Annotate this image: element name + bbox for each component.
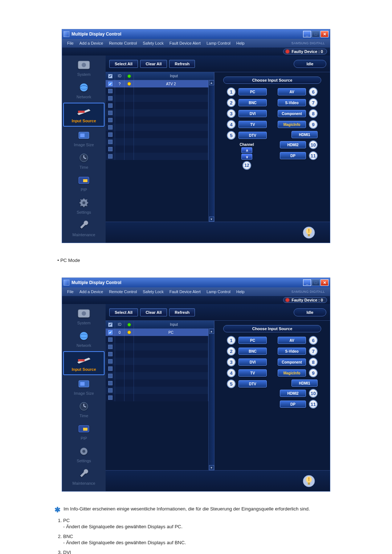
menu-help[interactable]: Help: [233, 41, 248, 45]
table-row[interactable]: [106, 394, 208, 401]
source-av-button[interactable]: AV: [278, 337, 306, 344]
channel-up-button[interactable]: ∧: [241, 147, 252, 153]
source-hdmi2-button[interactable]: HDMI2: [280, 390, 306, 397]
menu-lamp-control[interactable]: Lamp Control: [204, 41, 233, 45]
sidebar-item-pip[interactable]: PIP: [62, 172, 106, 195]
scroll-down-icon[interactable]: ▼: [209, 465, 214, 470]
sidebar-item-input-source[interactable]: Input Source: [63, 103, 105, 127]
menu-help[interactable]: Help: [233, 290, 248, 294]
minimize-button[interactable]: _: [303, 279, 311, 286]
sidebar-item-system[interactable]: System: [62, 57, 106, 79]
source-pc-button[interactable]: PC: [238, 337, 267, 344]
table-row[interactable]: [106, 124, 208, 131]
source-hdmi1-button[interactable]: HDMI1: [291, 131, 318, 138]
power-status-icon: [127, 323, 131, 327]
source-tv-button[interactable]: TV: [238, 121, 267, 128]
sidebar-item-network[interactable]: Network: [62, 328, 106, 350]
source-component-button[interactable]: Component: [278, 358, 306, 366]
menu-add-device[interactable]: Add a Device: [77, 290, 106, 294]
menu-remote-control[interactable]: Remote Control: [106, 290, 140, 294]
scroll-down-icon[interactable]: ▼: [209, 217, 214, 222]
scroll-up-icon[interactable]: ▲: [209, 329, 214, 334]
sidebar-item-image-size[interactable]: Image Size: [62, 127, 106, 150]
sidebar-item-time[interactable]: Time: [62, 150, 106, 172]
table-row[interactable]: [106, 358, 208, 365]
source-dvi-button[interactable]: DVI: [238, 110, 267, 117]
select-all-button[interactable]: Select All: [109, 60, 138, 68]
table-row[interactable]: [106, 372, 208, 379]
table-row[interactable]: [106, 145, 208, 153]
sidebar-item-input-source[interactable]: Input Source: [63, 351, 105, 375]
source-pc-button[interactable]: PC: [238, 88, 267, 95]
menu-fault-alert[interactable]: Fault Device Alert: [167, 41, 204, 45]
scroll-up-icon[interactable]: ▲: [209, 80, 214, 85]
source-av-button[interactable]: AV: [278, 88, 306, 95]
source-svideo-button[interactable]: S-Video: [278, 99, 306, 106]
table-row[interactable]: [106, 138, 208, 145]
source-component-button[interactable]: Component: [278, 110, 306, 117]
menu-safety-lock[interactable]: Safety Lock: [140, 290, 166, 294]
source-hdmi2-button[interactable]: HDMI2: [280, 141, 306, 148]
sidebar-item-settings[interactable]: Settings: [62, 195, 106, 217]
refresh-button[interactable]: Refresh: [169, 60, 195, 68]
source-bnc-button[interactable]: BNC: [238, 99, 267, 106]
sidebar-item-maintenance[interactable]: Maintenance: [62, 466, 106, 488]
source-dp-button[interactable]: DP: [280, 401, 306, 408]
table-row[interactable]: [106, 153, 208, 160]
menu-safety-lock[interactable]: Safety Lock: [140, 41, 166, 45]
sidebar-item-pip[interactable]: PIP: [62, 421, 106, 443]
channel-down-button[interactable]: ∨: [241, 154, 252, 160]
source-magicinfo-button[interactable]: MagicInfo: [278, 369, 306, 377]
menu-lamp-control[interactable]: Lamp Control: [204, 290, 233, 294]
clear-all-button[interactable]: Clear All: [140, 308, 167, 316]
table-row[interactable]: [106, 365, 208, 372]
select-all-button[interactable]: Select All: [109, 308, 138, 316]
sidebar-item-settings[interactable]: Settings: [62, 443, 106, 466]
table-row[interactable]: [106, 95, 208, 102]
info-bulb-icon: !: [302, 226, 315, 239]
menu-file[interactable]: File: [64, 290, 77, 294]
source-bnc-button[interactable]: BNC: [238, 348, 267, 355]
header-checkbox[interactable]: ✔: [108, 323, 113, 327]
table-row[interactable]: [106, 87, 208, 95]
table-row[interactable]: [106, 387, 208, 394]
header-checkbox[interactable]: ✔: [108, 74, 113, 78]
sidebar-item-time[interactable]: Time: [62, 398, 106, 421]
sidebar-item-system[interactable]: System: [62, 305, 106, 328]
menu-add-device[interactable]: Add a Device: [77, 41, 106, 45]
source-hdmi1-button[interactable]: HDMI1: [291, 379, 318, 387]
table-row[interactable]: [106, 116, 208, 124]
source-magicinfo-button[interactable]: MagicInfo: [278, 121, 306, 128]
menu-fault-alert[interactable]: Fault Device Alert: [167, 290, 204, 294]
menu-file[interactable]: File: [64, 41, 77, 45]
source-tv-button[interactable]: TV: [238, 369, 267, 377]
refresh-button[interactable]: Refresh: [169, 308, 195, 316]
grid-scrollbar[interactable]: ▲ ▼: [208, 329, 214, 470]
table-row[interactable]: [106, 379, 208, 387]
menu-remote-control[interactable]: Remote Control: [106, 41, 140, 45]
table-row[interactable]: [106, 350, 208, 358]
source-dtv-button[interactable]: DTV: [238, 132, 267, 139]
maximize-button[interactable]: □: [312, 279, 320, 286]
maximize-button[interactable]: □: [312, 31, 320, 37]
grid-scrollbar[interactable]: ▲ ▼: [208, 80, 214, 222]
table-row[interactable]: [106, 109, 208, 116]
source-dvi-button[interactable]: DVI: [238, 358, 267, 366]
sidebar-item-image-size[interactable]: Image Size: [62, 376, 106, 398]
source-dtv-button[interactable]: DTV: [238, 380, 267, 387]
minimize-button[interactable]: _: [303, 31, 311, 37]
source-svideo-button[interactable]: S-Video: [278, 348, 306, 355]
brand-label: SAMSUNG DIGITall: [289, 41, 328, 45]
clear-all-button[interactable]: Clear All: [140, 60, 167, 68]
table-row[interactable]: ✔ ? ATV 2: [106, 80, 208, 87]
sidebar-item-network[interactable]: Network: [62, 79, 106, 102]
source-dp-button[interactable]: DP: [280, 152, 306, 159]
table-row[interactable]: [106, 131, 208, 138]
table-row[interactable]: ✔ 0 PC: [106, 329, 208, 336]
table-row[interactable]: [106, 102, 208, 109]
close-button[interactable]: ✕: [320, 279, 328, 286]
close-button[interactable]: ✕: [320, 31, 328, 37]
table-row[interactable]: [106, 343, 208, 350]
sidebar-item-maintenance[interactable]: Maintenance: [62, 217, 106, 240]
table-row[interactable]: [106, 336, 208, 343]
